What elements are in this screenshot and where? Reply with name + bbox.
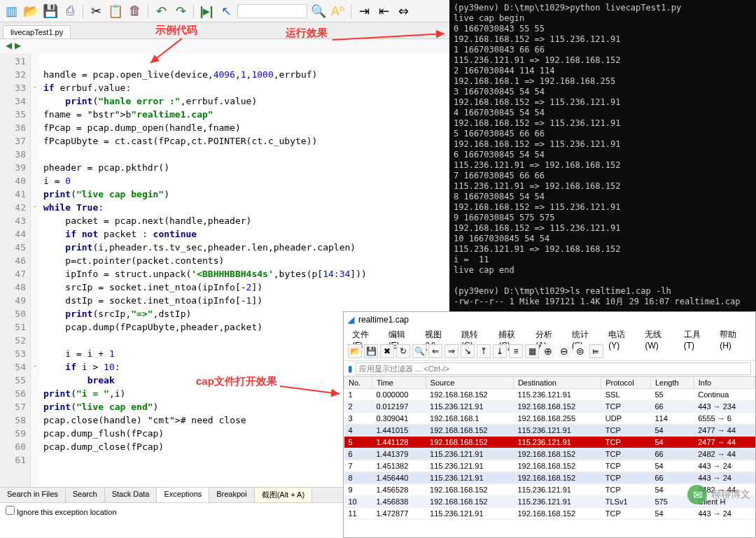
ws-menu-item[interactable]: 统计(S) (568, 327, 603, 341)
ws-find-icon[interactable]: 🔍 (412, 344, 426, 358)
ws-zoom100-icon[interactable]: ⊜ (573, 344, 587, 358)
table-row[interactable]: 81.456440115.236.121.91192.168.168.152TC… (344, 472, 755, 484)
new-file-icon[interactable]: ▥ (3, 3, 20, 20)
ws-col-header[interactable]: Time (372, 377, 426, 389)
save-icon[interactable]: 💾 (42, 3, 59, 20)
editor-tab[interactable]: livecapTest1.py (3, 25, 71, 38)
copy-icon[interactable]: 📋 (107, 3, 124, 20)
table-row[interactable]: 30.309041192.168.168.1192.168.168.255UDP… (344, 413, 755, 425)
search-icon[interactable]: 🔍 (310, 3, 327, 20)
ws-menu-item[interactable]: 编辑(E) (384, 327, 419, 341)
wechat-icon: ✉ (687, 485, 707, 504)
tab-stack-data[interactable]: Stack Data (105, 488, 158, 502)
ws-resize-icon[interactable]: ⫢ (589, 344, 603, 358)
outdent-icon[interactable]: ⇤ (375, 3, 392, 20)
ws-menu-item[interactable]: 跳转(G) (457, 327, 493, 341)
ws-menu-item[interactable]: 视图(V) (421, 327, 456, 341)
ws-menu-item[interactable]: 分析(A) (531, 327, 566, 341)
tab-search-in-files[interactable]: Search in Files (0, 488, 66, 502)
toolbar-search-input[interactable] (237, 4, 307, 18)
wireshark-table-header: No.TimeSourceDestinationProtocolLengthIn… (344, 377, 755, 389)
expand-icon[interactable]: ⇔ (395, 3, 412, 20)
open-file-icon[interactable]: 📂 (22, 3, 39, 20)
ws-reload-icon[interactable]: ↻ (396, 344, 410, 358)
ignore-exception-label: Ignore this exception location (17, 508, 116, 516)
ws-col-header[interactable]: Source (426, 377, 513, 389)
watermark-text: 聊聊博文 (711, 488, 750, 501)
wireshark-title-bar: ◢ realtime1.cap (344, 312, 755, 327)
wireshark-filter-bar: ▮ (344, 361, 755, 376)
table-row[interactable]: 41.441015192.168.168.152115.236.121.91TC… (344, 425, 755, 437)
tab-search[interactable]: Search (66, 488, 105, 502)
ws-zoomin-icon[interactable]: ⊕ (541, 344, 555, 358)
table-row[interactable]: 20.012197115.236.121.91192.168.168.152TC… (344, 401, 755, 413)
ws-first-icon[interactable]: ⤒ (477, 344, 491, 358)
ws-menu-item[interactable]: 帮助(H) (715, 327, 751, 341)
save-all-icon[interactable]: ⎙ (62, 3, 78, 20)
ws-save-icon[interactable]: 💾 (364, 344, 378, 358)
ws-autoscroll-icon[interactable]: ≡ (509, 344, 523, 358)
spellcheck-icon[interactable]: Aᵇ (330, 3, 346, 20)
ws-goto-icon[interactable]: ↘ (461, 344, 475, 358)
ignore-exception-checkbox[interactable]: Ignore this exception location (6, 508, 117, 516)
indent-icon[interactable]: ⇥ (356, 3, 372, 20)
ws-close-icon[interactable]: ✖ (380, 344, 394, 358)
ws-menu-item[interactable]: 无线(W) (640, 327, 678, 341)
wireshark-menu: 文件(F)编辑(E)视图(V)跳转(G)捕获(C)分析(A)统计(S)电话(Y)… (344, 327, 755, 341)
ws-fwd-icon[interactable]: ⇒ (444, 344, 458, 358)
terminal[interactable]: (py39env) D:\tmp\t1029>python livecapTes… (449, 0, 756, 311)
tab-breakpoints[interactable]: Breakpoi (209, 488, 254, 502)
ws-open-icon[interactable]: 📂 (348, 344, 362, 358)
ws-last-icon[interactable]: ⤓ (493, 344, 507, 358)
nav-right-icon[interactable]: ▶ (15, 41, 21, 52)
redo-icon[interactable]: ↷ (172, 3, 189, 20)
wireshark-title: realtime1.cap (358, 315, 409, 325)
ws-col-header[interactable]: Info (694, 377, 755, 389)
table-row[interactable]: 51.441128192.168.168.152115.236.121.91TC… (344, 437, 755, 448)
ws-back-icon[interactable]: ⇐ (428, 344, 442, 358)
screenshot-hint: 截图(Alt + A) (255, 488, 312, 502)
wireshark-filter-input[interactable] (356, 362, 751, 375)
table-row[interactable]: 111.472877115.236.121.91192.168.168.152T… (344, 508, 755, 520)
ws-menu-item[interactable]: 文件(F) (348, 327, 383, 341)
ws-menu-item[interactable]: 工具(T) (680, 327, 715, 341)
watermark: ✉ 聊聊博文 (687, 485, 750, 504)
debug-pause-icon[interactable]: |▸| (198, 3, 215, 20)
table-row[interactable]: 61.441379115.236.121.91192.168.168.152TC… (344, 448, 755, 460)
bottom-tabs: Search in Files Search Stack Data Except… (0, 487, 343, 502)
ws-colorize-icon[interactable]: ▦ (525, 344, 539, 358)
cut-icon[interactable]: ✂ (88, 3, 104, 20)
ws-menu-item[interactable]: 捕获(C) (494, 327, 530, 341)
undo-icon[interactable]: ↶ (153, 3, 169, 20)
ws-zoomout-icon[interactable]: ⊖ (557, 344, 571, 358)
paste-icon[interactable]: 🗑 (127, 3, 144, 20)
tab-exceptions[interactable]: Exceptions (157, 488, 209, 502)
ws-col-header[interactable]: Protocol (601, 377, 651, 389)
nav-left-icon[interactable]: ◀ (6, 41, 12, 52)
ws-col-header[interactable]: Destination (513, 377, 601, 389)
fold-column: --- (31, 53, 39, 487)
ws-col-header[interactable]: No. (344, 377, 372, 389)
wireshark-icon: ◢ (348, 315, 354, 325)
ws-col-header[interactable]: Length (650, 377, 694, 389)
line-gutter: 3132333435363738394041424344454647484950… (0, 53, 31, 487)
table-row[interactable]: 10.000000192.168.168.152115.236.121.91SS… (344, 389, 755, 401)
ws-bookmark-icon[interactable]: ▮ (348, 364, 353, 374)
table-row[interactable]: 71.451382115.236.121.91192.168.168.152TC… (344, 460, 755, 472)
exceptions-panel: Ignore this exception location (0, 502, 343, 537)
ignore-exception-input[interactable] (6, 506, 15, 515)
ws-menu-item[interactable]: 电话(Y) (604, 327, 639, 341)
cursor-icon[interactable]: ↖ (218, 3, 234, 20)
